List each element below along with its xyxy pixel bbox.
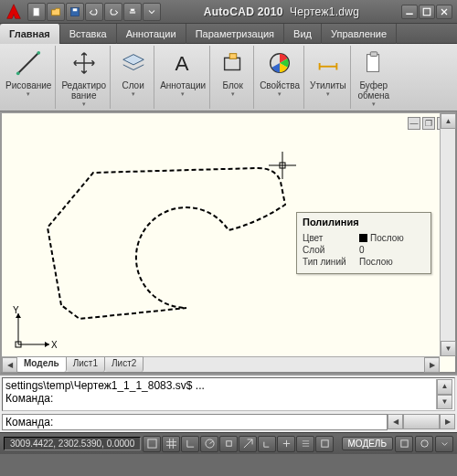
- layout-tabs: Модель Лист1 Лист2: [17, 356, 143, 372]
- file-name: Чертеж1.dwg: [290, 5, 359, 18]
- svg-point-6: [16, 71, 20, 75]
- svg-rect-12: [367, 55, 378, 72]
- qat-dropdown-icon[interactable]: [143, 3, 161, 21]
- scroll-right-icon[interactable]: ▶: [424, 357, 440, 373]
- panel-layers[interactable]: Слои▾: [112, 46, 154, 109]
- ducs-icon[interactable]: [258, 436, 276, 452]
- tab-view[interactable]: Вид: [284, 24, 322, 44]
- tab-home[interactable]: Главная: [0, 24, 60, 44]
- ribbon: Рисование▾ Редактиро вание▾ Слои▾ A Анно…: [0, 44, 457, 111]
- command-window: settings\temp\Чертеж1_1_1_8083.sv$ ... К…: [0, 374, 457, 432]
- title-bar: AutoCAD 2010 Чертеж1.dwg: [0, 0, 457, 24]
- canvas-minimize-icon[interactable]: —: [408, 117, 420, 130]
- new-icon[interactable]: [27, 3, 46, 21]
- svg-rect-25: [322, 440, 328, 447]
- svg-text:A: A: [175, 52, 189, 75]
- crosshair-cursor-icon: [269, 152, 296, 179]
- save-icon[interactable]: [66, 3, 84, 21]
- svg-rect-5: [423, 8, 430, 16]
- drawing-canvas[interactable]: — ❐ ✕ Полилиния ЦветПослою Слой0 Тип лин…: [2, 113, 455, 372]
- svg-rect-10: [229, 54, 237, 59]
- svg-rect-9: [224, 58, 239, 69]
- cmd-scroll-left-icon[interactable]: ◀: [388, 414, 403, 429]
- polyline-entity[interactable]: [29, 141, 313, 333]
- otrack-icon[interactable]: [239, 436, 257, 452]
- ucs-icon: X Y: [11, 306, 57, 352]
- entity-tooltip: Полилиния ЦветПослою Слой0 Тип линийПосл…: [296, 212, 431, 274]
- tab-layout1[interactable]: Лист1: [67, 356, 105, 372]
- svg-point-7: [37, 51, 41, 55]
- model-space-button[interactable]: МОДЕЛЬ: [342, 437, 393, 450]
- osnap-icon[interactable]: [219, 436, 238, 452]
- scroll-down-icon[interactable]: ▼: [441, 341, 456, 356]
- cmd-scroll-right-icon[interactable]: ▶: [440, 414, 455, 429]
- ribbon-tabs: Главная Вставка Аннотации Параметризация…: [0, 24, 457, 44]
- maximize-icon[interactable]: [419, 5, 435, 19]
- close-icon[interactable]: [436, 5, 452, 19]
- cmd-scroll-thumb[interactable]: [403, 414, 440, 429]
- scrollbar-vertical[interactable]: ▲▼: [440, 113, 455, 356]
- undo-icon[interactable]: [85, 3, 103, 21]
- minimize-icon[interactable]: [401, 5, 418, 19]
- print-icon[interactable]: [123, 3, 142, 21]
- lineweight-icon[interactable]: [296, 436, 314, 452]
- layers-icon: [118, 47, 149, 79]
- tab-model[interactable]: Модель: [17, 356, 67, 372]
- svg-rect-16: [280, 163, 285, 168]
- status-toggles: [143, 436, 339, 452]
- app-logo-icon[interactable]: [4, 2, 24, 22]
- tab-manage[interactable]: Управление: [322, 24, 397, 44]
- svg-rect-0: [33, 7, 39, 16]
- panel-annotation[interactable]: A Аннотации▾: [156, 46, 210, 109]
- panel-properties[interactable]: Свойства▾: [256, 46, 304, 109]
- redo-icon[interactable]: [104, 3, 122, 21]
- scrollbar-horizontal[interactable]: ◀ Модель Лист1 Лист2 ▶: [2, 356, 440, 372]
- tab-layout2[interactable]: Лист2: [105, 356, 143, 372]
- scroll-up-icon[interactable]: ▲: [441, 113, 456, 129]
- command-input[interactable]: [2, 414, 388, 430]
- panel-label: Редактиро вание: [61, 80, 106, 100]
- grid-icon[interactable]: [162, 436, 180, 452]
- svg-rect-13: [370, 52, 377, 57]
- svg-rect-26: [400, 440, 407, 447]
- panel-utilities[interactable]: Утилиты▾: [306, 46, 351, 109]
- panel-label: Буфер обмена: [357, 80, 389, 100]
- status-bar: 3009.4422, 2302.5390, 0.0000 МОДЕЛЬ: [0, 432, 457, 454]
- color-swatch-icon: [359, 234, 367, 242]
- panel-clipboard[interactable]: Буфер обмена▾: [353, 46, 395, 109]
- canvas-maximize-icon[interactable]: ❐: [422, 117, 435, 130]
- tab-insert[interactable]: Вставка: [60, 24, 117, 44]
- measure-icon: [313, 47, 344, 79]
- dyn-icon[interactable]: [277, 436, 295, 452]
- command-log[interactable]: settings\temp\Чертеж1_1_1_8083.sv$ ... К…: [2, 377, 455, 411]
- polar-icon[interactable]: [200, 436, 218, 452]
- panel-draw[interactable]: Рисование▾: [2, 46, 56, 109]
- open-icon[interactable]: [47, 3, 65, 21]
- line-icon: [13, 47, 44, 79]
- move-icon: [69, 47, 100, 79]
- panel-modify[interactable]: Редактиро вание▾: [58, 46, 111, 109]
- status-extra2-icon[interactable]: [415, 436, 433, 452]
- command-scrollbar[interactable]: ▲▼: [436, 379, 452, 409]
- window-title: AutoCAD 2010 Чертеж1.dwg: [165, 5, 398, 18]
- coordinates-readout[interactable]: 3009.4422, 2302.5390, 0.0000: [4, 437, 141, 450]
- ortho-icon[interactable]: [181, 436, 199, 452]
- tab-parametric[interactable]: Параметризация: [186, 24, 284, 44]
- tab-annotate[interactable]: Аннотации: [117, 24, 186, 44]
- text-icon: A: [167, 47, 198, 79]
- status-extra1-icon[interactable]: [395, 436, 413, 452]
- qp-icon[interactable]: [315, 436, 334, 452]
- svg-text:Y: Y: [13, 306, 19, 315]
- snap-icon[interactable]: [143, 436, 161, 452]
- app-name: AutoCAD 2010: [204, 5, 283, 18]
- scroll-left-icon[interactable]: ◀: [2, 357, 17, 373]
- block-icon: [218, 47, 249, 79]
- panel-block[interactable]: Блок▾: [212, 46, 254, 109]
- svg-rect-22: [148, 439, 156, 448]
- clipboard-icon: [358, 47, 389, 79]
- tooltip-title: Полилиния: [303, 217, 425, 227]
- svg-rect-2: [73, 8, 78, 11]
- drawing-area-frame: — ❐ ✕ Полилиния ЦветПослою Слой0 Тип лин…: [0, 111, 457, 374]
- status-menu-icon[interactable]: [435, 436, 453, 452]
- properties-icon: [264, 47, 295, 79]
